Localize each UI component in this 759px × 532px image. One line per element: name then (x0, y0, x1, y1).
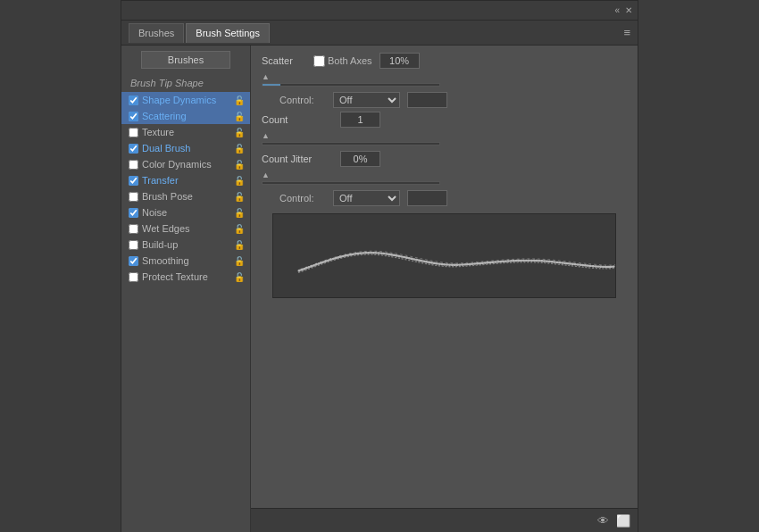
checkbox-noise[interactable] (129, 208, 138, 218)
lock-icon-scattering: 🔓 (234, 112, 245, 121)
control-label-1: Control: (279, 95, 326, 105)
label-dual-brush: Dual Brush (142, 143, 232, 154)
checkbox-color-dynamics[interactable] (129, 160, 138, 170)
slider-arrow-1: ▲ (262, 72, 440, 81)
count-label: Count (262, 114, 333, 125)
sidebar-item-wet-edges[interactable]: Wet Edges 🔓 (121, 220, 250, 237)
brush-stroke-svg (273, 214, 615, 297)
lock-icon-wet-edges: 🔓 (234, 224, 245, 234)
scatter-value-input[interactable] (380, 53, 420, 69)
count-input[interactable] (340, 112, 380, 128)
sidebar-item-dual-brush[interactable]: Dual Brush 🔓 (121, 140, 250, 156)
brush-tip-shape-title: Brush Tip Shape (121, 76, 250, 92)
lock-icon-protect-texture: 🔓 (234, 272, 245, 282)
label-shape-dynamics: Shape Dynamics (142, 95, 232, 105)
label-color-dynamics: Color Dynamics (142, 159, 232, 170)
checkbox-build-up[interactable] (129, 240, 138, 250)
lock-icon-texture: 🔓 (234, 128, 245, 137)
control-label-2: Control: (279, 193, 326, 204)
copy-icon[interactable]: ⬜ (616, 514, 630, 528)
close-icon[interactable]: ✕ (625, 5, 632, 15)
checkbox-dual-brush[interactable] (129, 144, 138, 154)
label-protect-texture: Protect Texture (142, 271, 232, 282)
count-jitter-row: Count Jitter (262, 151, 627, 167)
scatter-label: Scatter (262, 55, 306, 66)
tabs-row: Brushes Brush Settings ≡ (121, 21, 638, 46)
lock-icon-dual-brush: 🔓 (234, 144, 245, 154)
scatter-slider-fill (263, 84, 280, 86)
collapse-icon[interactable]: « (614, 5, 620, 15)
checkbox-texture[interactable] (129, 128, 138, 137)
both-axes-label[interactable]: Both Axes (313, 55, 372, 67)
count-jitter-input[interactable] (340, 151, 380, 167)
checkbox-brush-pose[interactable] (129, 192, 138, 202)
checkbox-shape-dynamics[interactable] (129, 96, 138, 105)
control2-slider-container: ▲ (262, 170, 440, 185)
sidebar: Brushes Brush Tip Shape Shape Dynamics 🔓… (121, 46, 251, 532)
sidebar-item-noise[interactable]: Noise 🔓 (121, 204, 250, 220)
sidebar-item-smoothing[interactable]: Smoothing 🔓 (121, 253, 250, 269)
scatter-slider-track[interactable] (262, 83, 440, 87)
sidebar-item-scattering[interactable]: Scattering 🔓 (121, 108, 250, 124)
brush-preview (272, 213, 616, 298)
title-bar: « ✕ (121, 1, 638, 21)
bottom-toolbar: 👁 ⬜ (251, 508, 638, 532)
menu-icon[interactable]: ≡ (623, 26, 630, 39)
control-select-2[interactable]: Off Fade Pen Pressure Pen Tilt (333, 190, 400, 206)
count-jitter-slider-track[interactable] (262, 142, 440, 145)
checkbox-protect-texture[interactable] (129, 272, 138, 282)
sidebar-item-texture[interactable]: Texture 🔓 (121, 124, 250, 140)
control-row-2: Control: Off Fade Pen Pressure Pen Tilt (262, 190, 627, 206)
label-transfer: Transfer (142, 175, 232, 186)
count-jitter-slider-container: ▲ (262, 131, 440, 145)
control-row-1: Control: Off Fade Pen Pressure Pen Tilt (262, 92, 627, 108)
control-value-input-1[interactable] (407, 92, 447, 108)
count-row: Count (262, 112, 627, 128)
slider-arrow-2: ▲ (262, 131, 440, 140)
lock-icon-noise: 🔓 (234, 208, 245, 218)
sidebar-item-build-up[interactable]: Build-up 🔓 (121, 237, 250, 253)
lock-icon-smoothing: 🔓 (234, 256, 245, 266)
lock-icon-brush-pose: 🔓 (234, 192, 245, 202)
control-select-1[interactable]: Off Fade Pen Pressure Pen Tilt (333, 92, 400, 108)
lock-icon-transfer: 🔓 (234, 176, 245, 186)
slider-arrow-3: ▲ (262, 170, 440, 179)
control2-slider-track[interactable] (262, 181, 440, 185)
scatter-row: Scatter Both Axes (262, 53, 627, 69)
label-scattering: Scattering (142, 111, 232, 121)
label-wet-edges: Wet Edges (142, 223, 232, 234)
checkbox-smoothing[interactable] (129, 256, 138, 266)
lock-icon-build-up: 🔓 (234, 240, 245, 250)
main-content: Scatter Both Axes ▲ Control: (251, 46, 638, 532)
label-brush-pose: Brush Pose (142, 191, 232, 202)
label-noise: Noise (142, 207, 232, 218)
count-jitter-label: Count Jitter (262, 154, 333, 164)
both-axes-checkbox[interactable] (313, 55, 325, 67)
lock-icon-shape-dynamics: 🔓 (234, 96, 245, 105)
lock-icon-color-dynamics: 🔓 (234, 160, 245, 170)
tab-brush-settings[interactable]: Brush Settings (186, 23, 270, 43)
sidebar-item-shape-dynamics[interactable]: Shape Dynamics 🔓 (121, 92, 250, 108)
brushes-button[interactable]: Brushes (141, 51, 230, 69)
scatter-slider-container: ▲ (262, 72, 440, 87)
label-smoothing: Smoothing (142, 255, 232, 266)
label-build-up: Build-up (142, 239, 232, 250)
control-value-input-2[interactable] (407, 190, 447, 206)
checkbox-scattering[interactable] (129, 112, 138, 121)
sidebar-item-brush-pose[interactable]: Brush Pose 🔓 (121, 188, 250, 204)
sidebar-item-color-dynamics[interactable]: Color Dynamics 🔓 (121, 156, 250, 172)
tab-brushes[interactable]: Brushes (129, 23, 184, 43)
sidebar-item-transfer[interactable]: Transfer 🔓 (121, 172, 250, 188)
label-texture: Texture (142, 127, 232, 137)
checkbox-wet-edges[interactable] (129, 224, 138, 234)
checkbox-transfer[interactable] (129, 176, 138, 186)
eye-icon[interactable]: 👁 (597, 514, 609, 528)
sidebar-item-protect-texture[interactable]: Protect Texture 🔓 (121, 269, 250, 285)
